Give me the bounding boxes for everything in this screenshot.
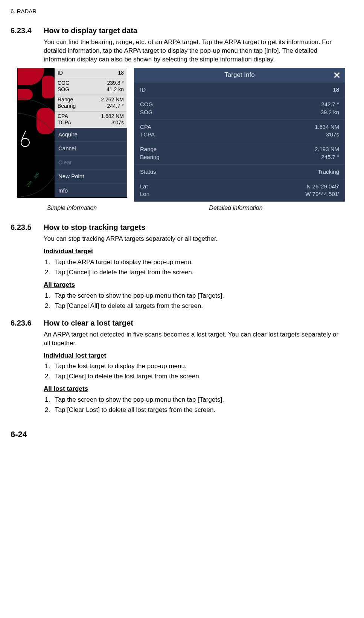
detail-title-bar: Target Info ✕: [134, 68, 345, 83]
steps-list: Tap the screen to show the pop-up menu t…: [44, 396, 345, 415]
value-bearing: 244.7 °: [107, 103, 124, 110]
step-item: Tap [Cancel All] to delete all targets f…: [52, 302, 345, 311]
detail-value-cpa: 1.534 NM: [315, 123, 339, 131]
label-cog: COG: [58, 80, 70, 87]
label-id: ID: [58, 70, 63, 76]
detail-label-lat: Lat: [140, 183, 148, 190]
detail-value-lon: W 79°44.501': [305, 190, 339, 198]
caption-detailed: Detailed information: [126, 204, 345, 212]
section-number: 6.23.5: [11, 222, 44, 233]
step-item: Tap the lost target to display the pop-u…: [52, 362, 345, 371]
detail-value-bearing: 245.7 °: [321, 153, 339, 161]
simple-info-box: ID18 COG239.8 ° SOG41.2 kn Range2.262 NM…: [55, 68, 127, 128]
body-text: You can stop tracking ARPA targets separ…: [44, 235, 345, 243]
steps-list: Tap the ARPA target to display the pop-u…: [44, 258, 345, 277]
page-header: 6. RADAR: [11, 8, 345, 15]
detail-value-lat: N 26°29.045': [307, 183, 339, 190]
detail-value-sog: 39.2 kn: [321, 109, 339, 116]
detail-value-tcpa: 3'07s: [326, 131, 339, 138]
menu-item-info[interactable]: Info: [55, 184, 127, 197]
step-item: Tap [Clear Lost] to delete all lost targ…: [52, 406, 345, 415]
body-text: You can find the bearing, range, etc. of…: [44, 38, 345, 64]
step-item: Tap the screen to show the pop-up menu t…: [52, 396, 345, 404]
section-number: 6.23.4: [11, 26, 44, 36]
subheading-individual-target: Individual target: [44, 247, 345, 256]
detail-value-range: 2.193 NM: [315, 145, 339, 153]
steps-list: Tap the lost target to display the pop-u…: [44, 362, 345, 381]
subheading-individual-lost: Individual lost target: [44, 352, 345, 360]
popup-menu: Acquire Cancel Clear New Point Info: [55, 128, 127, 197]
value-tcpa: 3'07s: [111, 119, 124, 126]
step-item: Tap [Cancel] to delete the target from t…: [52, 268, 345, 277]
detail-label-status: Status: [140, 168, 156, 176]
value-cpa: 1.682 NM: [101, 113, 124, 120]
section-title: How to stop tracking targets: [44, 223, 145, 231]
detail-label-range: Range: [140, 145, 157, 153]
page-number: 6-24: [11, 429, 345, 440]
detail-title-text: Target Info: [224, 71, 254, 78]
step-item: Tap the ARPA target to display the pop-u…: [52, 258, 345, 267]
step-item: Tap [Clear] to delete the lost target fr…: [52, 372, 345, 381]
detail-value-cog: 242.7 °: [321, 101, 339, 108]
menu-item-acquire[interactable]: Acquire: [55, 128, 127, 142]
detail-label-lon: Lon: [140, 190, 149, 198]
label-range: Range: [58, 96, 73, 103]
detail-label-tcpa: TCPA: [140, 131, 155, 138]
detail-value-status: Tracking: [318, 168, 339, 176]
detail-value-id: 18: [333, 86, 339, 93]
value-cog: 239.8 °: [107, 80, 124, 87]
label-bearing: Bearing: [58, 103, 76, 110]
value-sog: 41.2 kn: [107, 86, 124, 93]
detail-label-sog: SOG: [140, 109, 152, 116]
radar-background: 210 220: [18, 68, 55, 197]
value-id: 18: [118, 70, 124, 76]
section-title: How to clear a lost target: [44, 319, 133, 327]
value-range: 2.262 NM: [101, 96, 124, 103]
detail-label-id: ID: [140, 86, 146, 93]
section-title: How to display target data: [44, 26, 137, 35]
caption-simple: Simple information: [17, 204, 126, 212]
detail-label-bearing: Bearing: [140, 153, 160, 161]
figure-detailed-info: Target Info ✕ ID18 COG242.7 ° SOG39.2 kn…: [134, 68, 345, 201]
section-heading-6-23-6: 6.23.6How to clear a lost target: [11, 318, 345, 328]
step-item: Tap the screen to show the pop-up menu t…: [52, 292, 345, 300]
close-icon[interactable]: ✕: [333, 71, 341, 80]
section-heading-6-23-5: 6.23.5How to stop tracking targets: [11, 222, 345, 233]
subheading-all-targets: All targets: [44, 281, 345, 289]
detail-label-cpa: CPA: [140, 123, 151, 131]
figure-simple-info: 210 220 ID18 COG239.8 ° SOG41.2 kn Range…: [17, 68, 127, 198]
section-heading-6-23-4: 6.23.4How to display target data: [11, 26, 345, 36]
label-cpa: CPA: [58, 113, 68, 120]
detail-label-cog: COG: [140, 101, 153, 108]
section-number: 6.23.6: [11, 318, 44, 328]
steps-list: Tap the screen to show the pop-up menu t…: [44, 292, 345, 311]
menu-item-clear: Clear: [55, 156, 127, 170]
label-tcpa: TCPA: [58, 119, 71, 126]
menu-item-cancel[interactable]: Cancel: [55, 142, 127, 156]
body-text: An ARPA target not detected in five scan…: [44, 330, 345, 348]
subheading-all-lost: All lost targets: [44, 385, 345, 393]
menu-item-new-point[interactable]: New Point: [55, 170, 127, 184]
label-sog: SOG: [58, 86, 69, 93]
